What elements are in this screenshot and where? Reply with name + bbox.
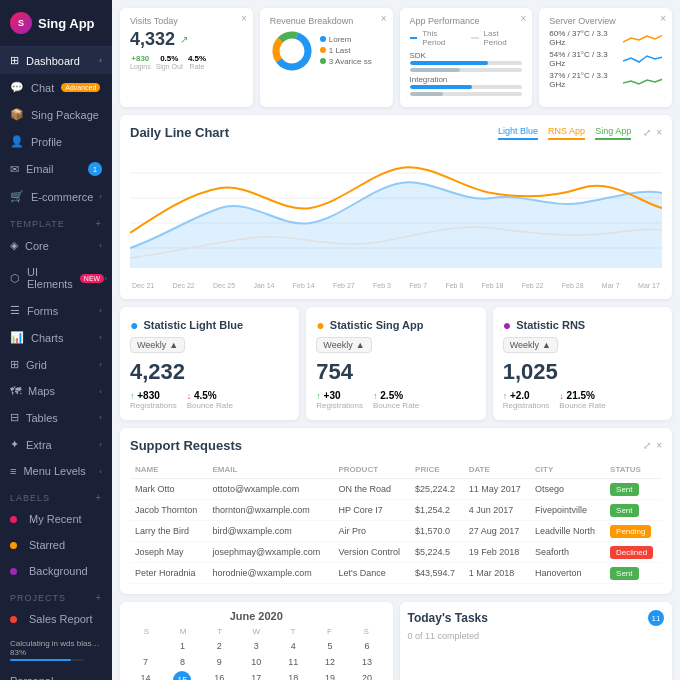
sidebar-item-charts[interactable]: 📊Charts ‹ bbox=[0, 324, 112, 351]
ecommerce-icon: 🛒 bbox=[10, 190, 24, 203]
sidebar-item-email[interactable]: ✉ Email 1 bbox=[0, 155, 112, 183]
app-perf-close-btn[interactable]: × bbox=[520, 13, 526, 24]
sidebar-item-core[interactable]: ◈Core ‹ bbox=[0, 232, 112, 259]
projects-add-icon[interactable]: + bbox=[95, 592, 102, 603]
calendar-card: June 2020 SMTWTFS 1234567891011121314151… bbox=[120, 602, 393, 680]
legend-dot-blue bbox=[320, 36, 326, 42]
stat-rns-dropdown[interactable]: Weekly ▲ bbox=[503, 337, 558, 353]
sidebar-item-menu-levels[interactable]: ≡Menu Levels ‹ bbox=[0, 458, 112, 484]
chart-tab-rns[interactable]: RNS App bbox=[548, 126, 585, 140]
tasks-count-badge: 11 bbox=[648, 610, 664, 626]
cal-day[interactable]: 18 bbox=[276, 671, 311, 680]
cal-day[interactable]: 11 bbox=[276, 655, 311, 669]
sidebar-item-chat[interactable]: 💬 Chat Advanced bbox=[0, 74, 112, 101]
sidebar-label-dashboard: Dashboard bbox=[26, 55, 80, 67]
calendar-days: 1234567891011121314151617181920212223242… bbox=[128, 639, 385, 680]
cal-day[interactable]: 3 bbox=[239, 639, 274, 653]
sidebar-item-calculating[interactable]: Calculating in wds blas…83% bbox=[0, 632, 112, 668]
chart-title: Daily Line Chart bbox=[130, 125, 229, 140]
server-line-1 bbox=[623, 32, 662, 44]
cal-day[interactable]: 4 bbox=[276, 639, 311, 653]
labels-add-icon[interactable]: + bbox=[95, 492, 102, 503]
bottom-row: June 2020 SMTWTFS 1234567891011121314151… bbox=[120, 602, 672, 680]
visits-trend-icon: ↗ bbox=[180, 34, 188, 45]
cal-day[interactable]: 17 bbox=[239, 671, 274, 680]
line-chart-svg bbox=[130, 148, 662, 278]
cal-day[interactable]: 19 bbox=[313, 671, 348, 680]
projects-section: PROJECTS + bbox=[0, 584, 112, 606]
support-table-body: Mark Otto ottoto@wxample.com ON the Road… bbox=[130, 479, 662, 584]
chart-tab-light-blue[interactable]: Light Blue bbox=[498, 126, 538, 140]
sidebar-item-extra[interactable]: ✦Extra ‹ bbox=[0, 431, 112, 458]
sidebar-item-profile[interactable]: 👤 Profile bbox=[0, 128, 112, 155]
revenue-close-btn[interactable]: × bbox=[381, 13, 387, 24]
cal-day[interactable]: 12 bbox=[313, 655, 348, 669]
sidebar-item-background[interactable]: Background bbox=[0, 558, 112, 584]
cal-day[interactable]: 7 bbox=[128, 655, 163, 669]
table-expand-icon[interactable]: ⤢ bbox=[643, 440, 651, 451]
cal-day[interactable]: 16 bbox=[202, 671, 237, 680]
stat-sing-app-title: Statistic Sing App bbox=[330, 319, 424, 331]
visits-title: Visits Today bbox=[130, 16, 243, 26]
visits-close-btn[interactable]: × bbox=[241, 13, 247, 24]
status-badge: Sent bbox=[610, 504, 638, 517]
table-row: Larry the Bird bird@wxample.com Air Pro … bbox=[130, 521, 662, 542]
chart-expand-icon[interactable]: ⤢ bbox=[643, 127, 651, 138]
sidebar: S Sing App ⊞ Dashboard ‹ 💬 Chat Advanced… bbox=[0, 0, 112, 680]
widget-server-overview: × Server Overview 60% / 37°C / 3.3 GHz 5… bbox=[539, 8, 672, 107]
sidebar-label-profile: Profile bbox=[31, 136, 62, 148]
sidebar-item-sing-package[interactable]: 📦 Sing Package bbox=[0, 101, 112, 128]
sidebar-item-ecommerce[interactable]: 🛒 E-commerce ‹ bbox=[0, 183, 112, 210]
chart-title-bold: Line Chart bbox=[165, 125, 229, 140]
stat-sing-app-value: 754 bbox=[316, 359, 475, 385]
col-date: DATE bbox=[464, 461, 530, 479]
col-name: NAME bbox=[130, 461, 208, 479]
sidebar-item-ui-elements[interactable]: ⬡UI ElementsNEW ‹ bbox=[0, 259, 112, 297]
cal-day[interactable]: 10 bbox=[239, 655, 274, 669]
cal-day[interactable]: 15 bbox=[165, 671, 200, 680]
stat-sing-app-dropdown[interactable]: Weekly ▲ bbox=[316, 337, 371, 353]
sidebar-item-sales-report[interactable]: Sales Report bbox=[0, 606, 112, 632]
sidebar-item-maps[interactable]: 🗺Maps ‹ bbox=[0, 378, 112, 404]
chat-badge: Advanced bbox=[61, 83, 100, 92]
sidebar-item-forms[interactable]: ☰Forms ‹ bbox=[0, 297, 112, 324]
server-close-btn[interactable]: × bbox=[660, 13, 666, 24]
cal-day[interactable]: 1 bbox=[165, 639, 200, 653]
chart-close-icon[interactable]: × bbox=[656, 127, 662, 138]
extra-icon: ✦ bbox=[10, 438, 19, 451]
sidebar-item-dashboard[interactable]: ⊞ Dashboard ‹ bbox=[0, 47, 112, 74]
cal-day[interactable]: 20 bbox=[350, 671, 385, 680]
brand-icon: S bbox=[10, 12, 32, 34]
cal-day[interactable]: 2 bbox=[202, 639, 237, 653]
col-price: PRICE bbox=[410, 461, 464, 479]
template-section-icon[interactable]: + bbox=[95, 218, 102, 229]
cal-day[interactable]: 5 bbox=[313, 639, 348, 653]
core-icon: ◈ bbox=[10, 239, 18, 252]
stat-light-blue-dropdown[interactable]: Weekly ▲ bbox=[130, 337, 185, 353]
sidebar-item-grid[interactable]: ⊞Grid ‹ bbox=[0, 351, 112, 378]
sidebar-item-personal[interactable]: Personal Responsibility × bbox=[0, 668, 112, 680]
stat-orange-dot-icon: ● bbox=[316, 317, 324, 333]
table-close-icon[interactable]: × bbox=[656, 440, 662, 451]
dropdown-chevron-3: ▲ bbox=[542, 340, 551, 350]
cal-day[interactable]: 13 bbox=[350, 655, 385, 669]
widget-app-performance: × App Performance This Period Last Perio… bbox=[400, 8, 533, 107]
cal-day[interactable]: 6 bbox=[350, 639, 385, 653]
stat-light-blue-title: Statistic Light Blue bbox=[143, 319, 243, 331]
sidebar-item-my-recent[interactable]: My Recent bbox=[0, 506, 112, 532]
cal-day[interactable]: 8 bbox=[165, 655, 200, 669]
chart-tab-sing[interactable]: Sing App bbox=[595, 126, 631, 140]
perf-legend: This Period Last Period bbox=[410, 29, 523, 47]
sidebar-item-tables[interactable]: ⊟Tables ‹ bbox=[0, 404, 112, 431]
chart-controls: ⤢ × bbox=[643, 127, 662, 138]
cal-day[interactable]: 9 bbox=[202, 655, 237, 669]
cal-day[interactable]: 14 bbox=[128, 671, 163, 680]
table-header-row: NAME EMAIL PRODUCT PRICE DATE CITY STATU… bbox=[130, 461, 662, 479]
brand: S Sing App bbox=[0, 0, 112, 47]
stat-rns-title: Statistic RNS bbox=[516, 319, 585, 331]
table-controls: ⤢ × bbox=[643, 440, 662, 451]
forms-icon: ☰ bbox=[10, 304, 20, 317]
tables-icon: ⊟ bbox=[10, 411, 19, 424]
sidebar-item-starred[interactable]: Starred bbox=[0, 532, 112, 558]
email-count-badge: 1 bbox=[88, 162, 102, 176]
